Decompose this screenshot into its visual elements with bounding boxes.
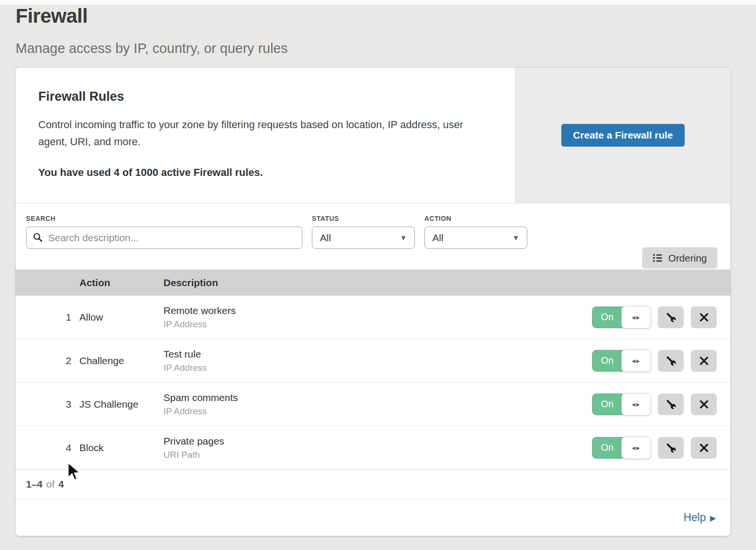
rule-action: JS Challenge [79,399,163,410]
rule-priority: 4 [16,442,79,454]
section-heading: Firewall Rules [38,89,487,104]
help-link[interactable]: Help ▶ [683,511,716,524]
wrench-icon [665,355,677,367]
rule-description: Private pages [163,436,589,447]
status-filter-group: STATUS All ▼ [312,215,415,270]
chevron-down-icon: ▼ [400,234,407,242]
overview-section: Firewall Rules Control incoming traffic … [16,68,730,203]
search-filter-group: SEARCH [26,215,302,270]
edit-rule-button[interactable] [658,437,684,459]
status-label: STATUS [312,215,415,222]
create-firewall-rule-button[interactable]: Create a Firewall rule [561,124,685,147]
toggle-on-label: On [592,437,622,459]
status-select[interactable]: All ▼ [312,227,415,249]
action-filter-group: ACTION All ▼ [424,215,527,270]
wrench-icon [665,399,677,410]
toggle-on-label: On [592,393,622,415]
column-header-action: Action [79,277,163,288]
edit-rule-button[interactable] [658,393,684,415]
ordering-button[interactable]: Ordering [642,247,717,269]
page-title: Firewall [16,5,288,27]
left-right-arrows-icon: ◂▸ [621,437,651,459]
toggle-on-label: On [592,350,622,372]
action-selected-value: All [432,232,443,244]
range-of-label: of [46,479,55,490]
create-rule-panel: Create a Firewall rule [515,68,730,203]
pagination-summary: 1–4 of 4 [16,470,730,499]
page-subtitle: Manage access by IP, country, or query r… [16,41,288,56]
rule-description: Remote workers [163,305,589,316]
rule-field: IP Address [163,406,589,417]
action-select[interactable]: All ▼ [424,227,527,249]
ordering-button-label: Ordering [668,253,707,264]
window-top-strip [0,0,756,5]
range-value: 1–4 [26,479,43,490]
table-row: 1 Allow Remote workers IP Address On ◂▸ [16,296,730,339]
chevron-down-icon: ▼ [512,234,519,242]
left-right-arrows-icon: ◂▸ [621,306,651,329]
toggle-on-label: On [592,306,622,328]
close-icon [699,312,709,323]
rule-enabled-toggle[interactable]: On ◂▸ [592,393,651,415]
column-header-description: Description [163,277,589,288]
usage-summary: You have used 4 of 1000 active Firewall … [38,166,487,179]
rule-action: Block [79,442,163,454]
section-description: Control incoming traffic to your zone by… [38,116,487,150]
rule-description: Spam comments [163,392,589,403]
edit-rule-button[interactable] [658,306,684,328]
ordered-list-icon [653,253,662,263]
close-icon [699,356,709,366]
rule-action: Challenge [79,355,163,367]
rule-field: URI Path [163,450,589,460]
table-header: Action Description [16,270,730,296]
rule-field: IP Address [163,363,589,373]
rule-enabled-toggle[interactable]: On ◂▸ [592,306,651,328]
help-row: Help ▶ [16,499,730,536]
right-triangle-icon: ▶ [710,514,716,523]
left-right-arrows-icon: ◂▸ [621,393,651,416]
wrench-icon [665,442,677,454]
search-label: SEARCH [26,215,302,222]
left-right-arrows-icon: ◂▸ [621,349,651,372]
rule-priority: 3 [16,399,79,410]
rule-enabled-toggle[interactable]: On ◂▸ [592,437,651,459]
rule-description: Test rule [163,349,589,360]
close-icon [699,399,709,410]
overview-text: Firewall Rules Control incoming traffic … [16,68,515,203]
wrench-icon [665,312,677,323]
table-row: 3 JS Challenge Spam comments IP Address … [16,383,730,426]
rule-action: Allow [79,312,163,323]
range-total: 4 [59,479,64,490]
firewall-rules-card: Firewall Rules Control incoming traffic … [16,68,730,536]
filter-bar: SEARCH STATUS All ▼ ACTION All ▼ [16,203,730,270]
delete-rule-button[interactable] [691,306,717,328]
help-link-label: Help [683,511,705,524]
action-label: ACTION [424,215,527,222]
delete-rule-button[interactable] [691,437,717,459]
rule-priority: 2 [16,355,79,367]
search-icon [33,232,43,243]
page-header: Firewall Manage access by IP, country, o… [16,5,288,56]
delete-rule-button[interactable] [691,393,717,415]
edit-rule-button[interactable] [658,350,684,372]
table-row: 2 Challenge Test rule IP Address On ◂▸ [16,339,730,383]
rule-priority: 1 [16,312,79,323]
rule-enabled-toggle[interactable]: On ◂▸ [592,350,651,372]
status-selected-value: All [320,232,331,244]
delete-rule-button[interactable] [691,350,717,372]
table-row: 4 Block Private pages URI Path On ◂▸ [16,426,730,470]
close-icon [699,443,709,453]
rule-field: IP Address [163,319,589,330]
search-input[interactable] [26,227,302,249]
